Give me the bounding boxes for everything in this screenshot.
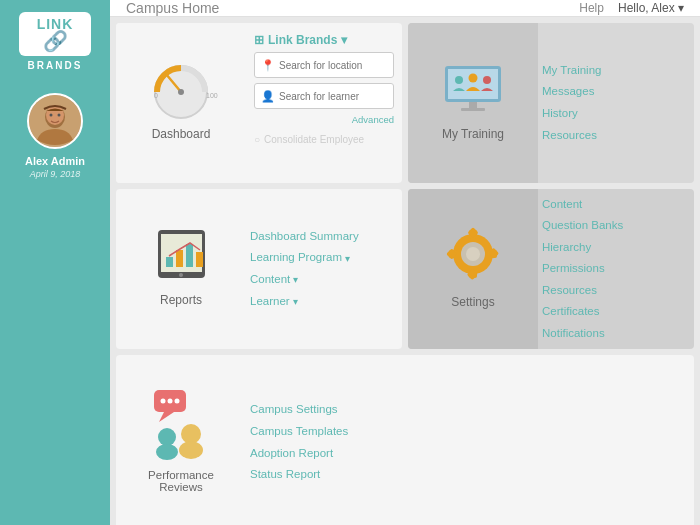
reports-link-learner[interactable]: Learner ▾ bbox=[250, 292, 392, 312]
svg-point-44 bbox=[179, 441, 203, 459]
svg-point-39 bbox=[167, 399, 172, 404]
performance-link-campus-templates[interactable]: Campus Templates bbox=[250, 422, 684, 442]
svg-point-3 bbox=[49, 114, 52, 117]
help-link[interactable]: Help bbox=[579, 1, 604, 15]
settings-label: Settings bbox=[451, 295, 494, 309]
location-search-row[interactable]: 📍 bbox=[254, 52, 394, 78]
mytraining-links: My Training Messages History Resources bbox=[538, 23, 694, 183]
gauge-svg: 0 100 bbox=[144, 56, 219, 121]
consolidate-radio: ○ bbox=[254, 134, 260, 145]
topbar-actions: Help Hello, Alex ▾ bbox=[579, 1, 684, 15]
svg-point-14 bbox=[469, 73, 478, 82]
reports-icon-area: Reports bbox=[116, 189, 246, 349]
dashboard-icon-area: 0 100 Dashboard bbox=[116, 23, 246, 183]
page-title: Campus Home bbox=[126, 0, 219, 16]
reports-label: Reports bbox=[160, 293, 202, 307]
advanced-link[interactable]: Advanced bbox=[254, 114, 394, 125]
settings-link-certificates[interactable]: Certificates bbox=[542, 302, 684, 322]
svg-rect-16 bbox=[469, 102, 477, 108]
svg-rect-21 bbox=[176, 250, 183, 267]
consolidate-row: ○ Consolidate Employee bbox=[254, 134, 394, 145]
svg-point-41 bbox=[158, 428, 176, 446]
tile-grid: 0 100 Dashboard ⊞ Link Brands ▾ 📍 👤 bbox=[110, 17, 700, 525]
dashboard-label: Dashboard bbox=[152, 127, 211, 141]
content-arrow: ▾ bbox=[293, 271, 298, 288]
user-date: April 9, 2018 bbox=[30, 169, 81, 179]
svg-point-38 bbox=[160, 399, 165, 404]
svg-point-4 bbox=[57, 114, 60, 117]
settings-link-permissions[interactable]: Permissions bbox=[542, 259, 684, 279]
location-search-input[interactable] bbox=[279, 60, 387, 71]
learner-search-input[interactable] bbox=[279, 91, 387, 102]
mytraining-label: My Training bbox=[442, 127, 504, 141]
link-brands-row[interactable]: ⊞ Link Brands ▾ bbox=[254, 33, 394, 47]
performance-link-adoption-report[interactable]: Adoption Report bbox=[250, 444, 684, 464]
settings-link-resources[interactable]: Resources bbox=[542, 281, 684, 301]
svg-point-40 bbox=[174, 399, 179, 404]
svg-point-35 bbox=[466, 247, 480, 261]
mytraining-link-mytraining[interactable]: My Training bbox=[542, 61, 684, 81]
logo-area: LINK 🔗 BRANDS bbox=[0, 0, 110, 79]
link-brands-arrow: ▾ bbox=[341, 33, 347, 47]
link-brands-label: Link Brands bbox=[268, 33, 337, 47]
svg-rect-22 bbox=[186, 244, 193, 267]
learner-search-row[interactable]: 👤 bbox=[254, 83, 394, 109]
avatar-image bbox=[29, 95, 81, 147]
learner-arrow: ▾ bbox=[293, 293, 298, 310]
settings-tile: Settings Content Question Banks Hierarch… bbox=[408, 189, 694, 349]
logo-brands: BRANDS bbox=[28, 60, 83, 71]
mytraining-link-messages[interactable]: Messages bbox=[542, 82, 684, 102]
topbar: Campus Home Help Hello, Alex ▾ bbox=[110, 0, 700, 17]
mytraining-link-history[interactable]: History bbox=[542, 104, 684, 124]
reports-link-dashboard-summary[interactable]: Dashboard Summary bbox=[250, 227, 392, 247]
dashboard-tile: 0 100 Dashboard ⊞ Link Brands ▾ 📍 👤 bbox=[116, 23, 402, 183]
svg-text:0: 0 bbox=[154, 92, 158, 99]
user-profile-area: Alex Admin April 9, 2018 bbox=[25, 79, 85, 185]
logo-text: LINK bbox=[37, 17, 74, 31]
settings-links: Content Question Banks Hierarchy Permiss… bbox=[538, 189, 694, 349]
mytraining-svg bbox=[433, 56, 513, 121]
settings-link-content[interactable]: Content bbox=[542, 195, 684, 215]
logo-box: LINK 🔗 bbox=[19, 12, 91, 56]
mytraining-link-resources[interactable]: Resources bbox=[542, 126, 684, 146]
svg-point-42 bbox=[156, 444, 178, 460]
svg-rect-17 bbox=[461, 108, 485, 111]
mytraining-icon-area: My Training bbox=[408, 23, 538, 183]
dashboard-content: ⊞ Link Brands ▾ 📍 👤 Advanced ○ Consolida… bbox=[246, 23, 402, 183]
performance-svg bbox=[139, 382, 224, 467]
performance-link-campus-settings[interactable]: Campus Settings bbox=[250, 400, 684, 420]
performance-tile: Performance Reviews Campus Settings Camp… bbox=[116, 355, 694, 525]
mytraining-tile: My Training My Training Messages History… bbox=[408, 23, 694, 183]
reports-link-learning-program[interactable]: Learning Program ▾ bbox=[250, 248, 392, 268]
svg-point-15 bbox=[483, 76, 491, 84]
settings-link-notifications[interactable]: Notifications bbox=[542, 324, 684, 344]
svg-point-8 bbox=[178, 89, 184, 95]
settings-link-question-banks[interactable]: Question Banks bbox=[542, 216, 684, 236]
user-name: Alex Admin bbox=[25, 155, 85, 167]
settings-link-hierarchy[interactable]: Hierarchy bbox=[542, 238, 684, 258]
svg-rect-20 bbox=[166, 257, 173, 267]
link-icon: 🔗 bbox=[43, 31, 68, 51]
svg-text:100: 100 bbox=[206, 92, 218, 99]
reports-tile: Reports Dashboard Summary Learning Progr… bbox=[116, 189, 402, 349]
reports-link-content[interactable]: Content ▾ bbox=[250, 270, 392, 290]
svg-point-13 bbox=[455, 76, 463, 84]
performance-icon-area: Performance Reviews bbox=[116, 355, 246, 525]
reports-svg bbox=[144, 222, 219, 287]
sidebar: LINK 🔗 BRANDS Alex Admin April 9, 2018 bbox=[0, 0, 110, 525]
main-content: Campus Home Help Hello, Alex ▾ bbox=[110, 0, 700, 525]
svg-rect-23 bbox=[196, 252, 203, 267]
performance-links: Campus Settings Campus Templates Adoptio… bbox=[246, 355, 694, 525]
settings-svg bbox=[436, 219, 511, 289]
performance-link-status-report[interactable]: Status Report bbox=[250, 465, 684, 485]
learning-program-arrow: ▾ bbox=[345, 250, 350, 267]
avatar bbox=[27, 93, 83, 149]
svg-point-24 bbox=[179, 273, 183, 277]
consolidate-label: Consolidate Employee bbox=[264, 134, 364, 145]
user-greeting[interactable]: Hello, Alex ▾ bbox=[618, 1, 684, 15]
performance-label: Performance Reviews bbox=[148, 469, 214, 493]
svg-marker-37 bbox=[159, 412, 174, 422]
location-icon: 📍 bbox=[261, 59, 275, 72]
reports-links: Dashboard Summary Learning Program ▾ Con… bbox=[246, 189, 402, 349]
learner-icon: 👤 bbox=[261, 90, 275, 103]
